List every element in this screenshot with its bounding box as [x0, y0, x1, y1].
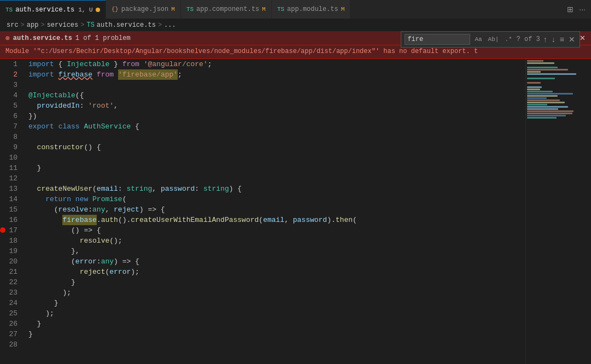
minimap-line	[527, 93, 573, 95]
line-number-26: 26	[4, 319, 17, 329]
json-lang-badge: {}	[112, 6, 119, 13]
search-toggle-button[interactable]: ≡	[559, 35, 565, 44]
breadcrumb-more[interactable]: ...	[164, 21, 176, 29]
breadcrumb-services[interactable]: services	[47, 21, 79, 29]
code-line: }	[28, 329, 525, 339]
breadcrumb-file[interactable]: auth.service.ts	[97, 21, 156, 29]
search-widget: Aa Ab| .* ? of 3 ↑ ↓ ≡ ✕	[401, 31, 580, 48]
minimap-line	[527, 67, 558, 68]
code-token: return	[28, 194, 71, 204]
code-line	[28, 339, 525, 350]
code-line: () => {	[28, 225, 525, 236]
code-token: firebase	[58, 69, 92, 80]
line-number-13: 13	[4, 184, 17, 194]
code-line: constructor() {	[28, 142, 525, 152]
code-line: }	[28, 298, 525, 308]
code-token: }	[109, 59, 122, 69]
ts-lang-badge: TS	[5, 7, 13, 13]
tab-app-module[interactable]: TS app.module.ts M	[272, 0, 350, 19]
minimap-line	[527, 64, 565, 66]
code-token: firebase	[62, 215, 96, 225]
line-number-10: 10	[4, 152, 17, 163]
search-close-button[interactable]: ✕	[567, 35, 576, 44]
code-line: providedIn: 'root',	[28, 101, 525, 111]
breadcrumb-app[interactable]: app	[27, 21, 39, 29]
regex-button[interactable]: .*	[502, 35, 514, 44]
error-close[interactable]: ✕	[580, 34, 586, 42]
more-actions-button[interactable]: ···	[578, 5, 587, 14]
code-token: (	[259, 215, 263, 225]
code-token	[54, 121, 58, 132]
minimap-line	[527, 95, 558, 97]
line-numbers: 12345678910111213141516▾1718192021222324…	[0, 59, 26, 364]
code-token: 'firebase/app'	[118, 69, 178, 80]
line-number-21: 21	[4, 267, 17, 277]
code-token	[28, 236, 80, 246]
tab-filename: auth.service.ts	[15, 6, 74, 14]
code-token: }	[28, 319, 41, 329]
code-token: ;	[208, 59, 212, 69]
minimap-line	[527, 104, 547, 105]
code-line: );	[28, 287, 525, 298]
code-line: import { Injectable } from '@angular/cor…	[28, 59, 525, 69]
code-token: class	[58, 121, 80, 132]
code-container: 12345678910111213141516▾1718192021222324…	[0, 59, 591, 364]
code-token: password	[161, 184, 195, 194]
code-token: from	[97, 69, 114, 80]
code-token: ({	[75, 90, 84, 101]
code-line: createNewUser(email: string, password: s…	[28, 184, 525, 194]
code-line: firebase.auth().createUserWithEmailAndPa…	[28, 215, 525, 225]
code-editor[interactable]: import { Injectable } from '@angular/cor…	[26, 59, 525, 364]
code-line: export class AuthService {	[28, 121, 525, 132]
line-number-28: 28	[4, 339, 17, 350]
code-token: ,	[284, 215, 293, 225]
tab-filename: app.module.ts	[287, 5, 338, 13]
breakpoint-indicator	[0, 227, 5, 233]
code-token: resolve	[58, 204, 89, 215]
breadcrumb-ts-badge: TS	[86, 21, 94, 29]
code-token: any	[92, 204, 105, 215]
tab-modifier-m: M	[171, 6, 175, 13]
code-token	[54, 69, 58, 80]
line-number-1: 1	[4, 59, 17, 69]
code-token: {	[54, 59, 67, 69]
search-next-button[interactable]: ↓	[551, 35, 557, 44]
tab-app-component[interactable]: TS app.component.ts M	[181, 0, 272, 19]
line-number-19: 19	[4, 246, 17, 256]
code-token: Injectable	[67, 59, 109, 69]
code-token: ();	[109, 236, 122, 246]
code-token: );	[28, 287, 71, 298]
code-line: })	[28, 111, 525, 121]
breadcrumb-src[interactable]: src	[7, 21, 19, 29]
code-token: email	[97, 184, 118, 194]
minimap	[525, 59, 586, 364]
search-input[interactable]	[405, 34, 470, 45]
code-token: }	[28, 298, 58, 308]
match-case-button[interactable]: Aa	[472, 35, 484, 44]
minimap-line	[527, 71, 541, 73]
minimap-line	[527, 91, 553, 92]
code-line: }	[28, 277, 525, 287]
code-token: 'root'	[88, 101, 114, 111]
code-token: AuthService	[84, 121, 131, 132]
whole-word-button[interactable]: Ab|	[486, 35, 501, 44]
tab-modifier-m2: M	[262, 6, 266, 13]
line-number-12: 12	[4, 173, 17, 184]
search-prev-button[interactable]: ↑	[542, 35, 548, 44]
code-token: auth	[101, 215, 118, 225]
editor-area: Aa Ab| .* ? of 3 ↑ ↓ ≡ ✕ ⊗ auth.service.…	[0, 31, 591, 364]
code-token: from	[122, 59, 139, 69]
vertical-scrollbar[interactable]	[586, 59, 591, 364]
code-token: then	[336, 215, 353, 225]
code-line: reject(error);	[28, 267, 525, 277]
split-editor-button[interactable]: ⊞	[566, 5, 575, 14]
tab-bar: TS auth.service.ts 1, U {} package.json …	[0, 0, 591, 19]
code-token: any	[101, 256, 114, 267]
code-token: @Injectable	[28, 90, 75, 101]
code-token: ,	[105, 204, 114, 215]
code-line: }	[28, 319, 525, 329]
minimap-line	[527, 102, 565, 103]
tab-auth-service[interactable]: TS auth.service.ts 1, U	[0, 0, 106, 19]
tab-package-json[interactable]: {} package.json M	[106, 0, 181, 19]
minimap-line	[527, 73, 576, 75]
